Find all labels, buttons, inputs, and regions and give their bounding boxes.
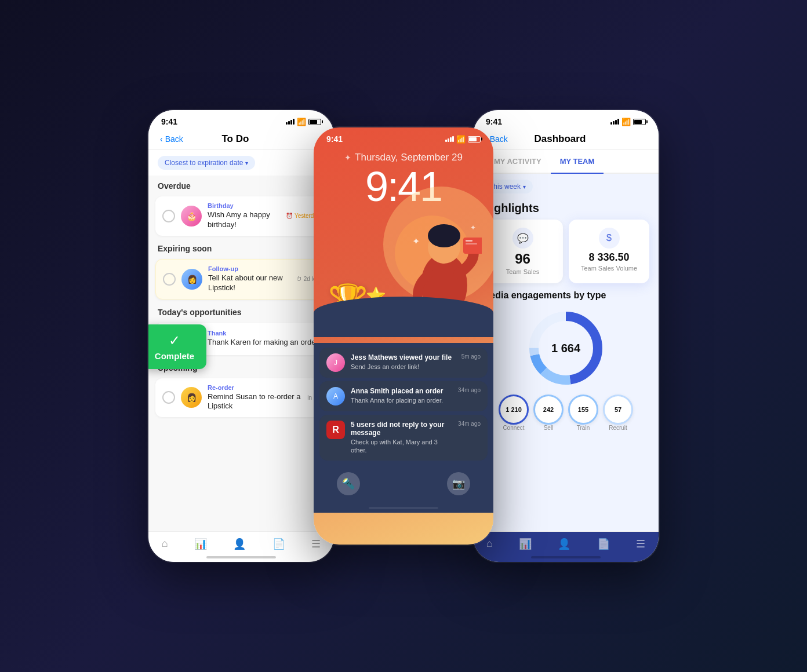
chevron-left-icon: ‹ bbox=[160, 134, 163, 144]
notif-app-icon: R bbox=[326, 421, 345, 439]
tab-doc-right[interactable]: 📄 bbox=[597, 538, 610, 550]
flashlight-button[interactable]: 🔦 bbox=[337, 472, 360, 495]
team-volume-value: 8 336.50 bbox=[588, 252, 629, 262]
notif-avatar-jess: J bbox=[326, 353, 345, 372]
notif-time-jess: 5m ago bbox=[461, 353, 481, 360]
tab-home-right[interactable]: ⌂ bbox=[486, 538, 493, 550]
complete-toast: ✓ Complete bbox=[148, 324, 206, 369]
team-sales-value: 96 bbox=[515, 252, 530, 266]
task-radio-birthday[interactable] bbox=[162, 210, 175, 222]
camera-button[interactable]: 📷 bbox=[447, 472, 470, 495]
task-card-reorder[interactable]: 👩 Re-order Remind Susan to re-order a Li… bbox=[155, 378, 327, 418]
home-indicator-right bbox=[531, 556, 601, 558]
notif-title-users: 5 users did not reply to your message bbox=[351, 421, 452, 437]
tab-my-team[interactable]: MY TEAM bbox=[551, 150, 604, 174]
task-text-birthday: Wish Amy a happy birthday! bbox=[208, 210, 280, 230]
task-tag-birthday: Birthday bbox=[208, 202, 280, 209]
status-icons-right: 📶 bbox=[610, 118, 646, 126]
recruit-value: 57 bbox=[615, 406, 621, 413]
signal-icon bbox=[286, 119, 295, 125]
notif-body-users: Check up with Kat, Mary and 3 other. bbox=[351, 438, 452, 455]
media-section: Media engagements by type bbox=[473, 283, 659, 436]
filter-week: This week bbox=[473, 174, 659, 199]
notif-card-jess[interactable]: J Jess Mathews viewed your file Send Jes… bbox=[319, 348, 488, 378]
filter-chip[interactable]: Closest to expiration date bbox=[158, 156, 255, 170]
task-card-followup[interactable]: 👩 Follow-up Tell Kat about our new Lipst… bbox=[155, 259, 327, 300]
wave-decoration bbox=[314, 297, 493, 337]
train-value: 155 bbox=[578, 406, 588, 413]
svg-text:✦: ✦ bbox=[412, 236, 420, 246]
segment-sell: 242 Sell bbox=[533, 395, 564, 431]
segment-circle-recruit: 57 bbox=[603, 395, 633, 425]
train-label: Train bbox=[568, 425, 598, 431]
notif-body-jess: Send Jess an order link! bbox=[351, 363, 456, 371]
task-tag-followup: Follow-up bbox=[208, 265, 290, 272]
segment-circle-sell: 242 bbox=[533, 395, 564, 425]
filter-row: Closest to expiration date bbox=[148, 150, 334, 176]
task-radio-followup[interactable] bbox=[163, 273, 176, 286]
time-middle: 9:41 bbox=[326, 134, 343, 144]
dashboard-phone: 9:41 📶 ‹ Back Dashboard MY ACTIVITY bbox=[473, 110, 659, 562]
tab-person-right[interactable]: 👤 bbox=[558, 538, 570, 550]
tab-doc-left[interactable]: 📄 bbox=[272, 538, 285, 550]
connect-label: Connect bbox=[499, 425, 529, 431]
segment-circle-train: 155 bbox=[568, 395, 598, 425]
notif-time-anna: 34m ago bbox=[458, 387, 481, 393]
lock-phone: 9:41 📶 ✦ Thursday, September 29 9:41 bbox=[314, 127, 493, 545]
back-button-left[interactable]: ‹ Back bbox=[160, 134, 183, 144]
home-indicator-middle bbox=[369, 507, 438, 509]
highlights-grid: 💬 96 Team Sales $ 8 336.50 Team Sales Vo… bbox=[473, 220, 659, 283]
section-overdue: Overdue bbox=[148, 176, 334, 194]
tab-menu-right[interactable]: ☰ bbox=[636, 538, 645, 550]
svg-rect-4 bbox=[466, 240, 472, 242]
status-bar-left: 9:41 📶 bbox=[148, 110, 334, 129]
tab-menu-left[interactable]: ☰ bbox=[311, 538, 321, 550]
tab-chart-right[interactable]: 📊 bbox=[519, 538, 532, 550]
notif-card-users[interactable]: R 5 users did not reply to your message … bbox=[319, 415, 488, 461]
lock-illustration: 🏆 ⭐ bbox=[319, 210, 488, 326]
nav-bar-left: ‹ Back To Do bbox=[148, 129, 334, 150]
task-avatar-kat: 👩 bbox=[181, 269, 202, 290]
todo-phone: 9:41 📶 ‹ Back To Do Closest to expirat bbox=[148, 110, 334, 562]
lock-date: ✦ Thursday, September 29 bbox=[314, 152, 493, 163]
nav-bar-right: ‹ Back Dashboard bbox=[473, 129, 659, 150]
team-volume-label: Team Sales Volume bbox=[581, 265, 637, 272]
dollar-icon: $ bbox=[599, 228, 620, 249]
notif-avatar-anna: A bbox=[326, 387, 345, 406]
task-avatar-susan: 👩 bbox=[181, 387, 202, 408]
tab-home-left[interactable]: ⌂ bbox=[162, 538, 168, 550]
page-title-right: Dashboard bbox=[508, 133, 612, 145]
task-card-birthday[interactable]: 🎂 Birthday Wish Amy a happy birthday! ⏰ … bbox=[155, 196, 327, 236]
time-left: 9:41 bbox=[161, 117, 177, 126]
phones-container: 9:41 📶 ‹ Back To Do Closest to expirat bbox=[125, 75, 682, 597]
wifi-icon-middle: 📶 bbox=[456, 135, 466, 144]
highlights-title: Highlights bbox=[473, 199, 659, 220]
notif-body-anna: Thank Anna for placing an order. bbox=[351, 396, 452, 404]
notifications-section: J Jess Mathews viewed your file Send Jes… bbox=[314, 343, 493, 465]
svg-text:✦: ✦ bbox=[470, 224, 476, 232]
tab-chart-left[interactable]: 📊 bbox=[194, 538, 207, 550]
tabs-bar: MY ACTIVITY MY TEAM bbox=[473, 150, 659, 174]
notif-time-users: 34m ago bbox=[458, 421, 481, 427]
tab-person-left[interactable]: 👤 bbox=[233, 538, 246, 550]
donut-wrapper: 1 664 bbox=[525, 308, 606, 389]
battery-icon-middle bbox=[468, 136, 481, 143]
donut-segments: 1 210 Connect 242 Sell 155 bbox=[499, 395, 633, 431]
home-indicator-left bbox=[206, 556, 276, 558]
task-avatar-amy: 🎂 bbox=[181, 206, 202, 227]
task-radio-reorder[interactable] bbox=[162, 391, 175, 404]
status-bar-middle: 9:41 📶 bbox=[314, 127, 493, 146]
task-text-reorder: Remind Susan to re-order a Lipstick bbox=[208, 392, 301, 412]
section-expiring: Expiring soon bbox=[148, 238, 334, 257]
battery-icon-right bbox=[633, 119, 646, 125]
media-title: Media engagements by type bbox=[482, 290, 649, 301]
tab-my-activity[interactable]: MY ACTIVITY bbox=[485, 150, 551, 174]
notif-title-anna: Anna Smith placed an order bbox=[351, 387, 452, 395]
team-sales-label: Team Sales bbox=[506, 268, 539, 275]
notif-card-anna[interactable]: A Anna Smith placed an order Thank Anna … bbox=[319, 381, 488, 411]
segment-recruit: 57 Recruit bbox=[603, 395, 633, 431]
notif-title-jess: Jess Mathews viewed your file bbox=[351, 353, 456, 361]
status-bar-right: 9:41 📶 bbox=[473, 110, 659, 129]
complete-check-icon: ✓ bbox=[169, 333, 180, 349]
donut-chart: 1 664 1 210 Connect 242 Sell bbox=[482, 308, 649, 431]
